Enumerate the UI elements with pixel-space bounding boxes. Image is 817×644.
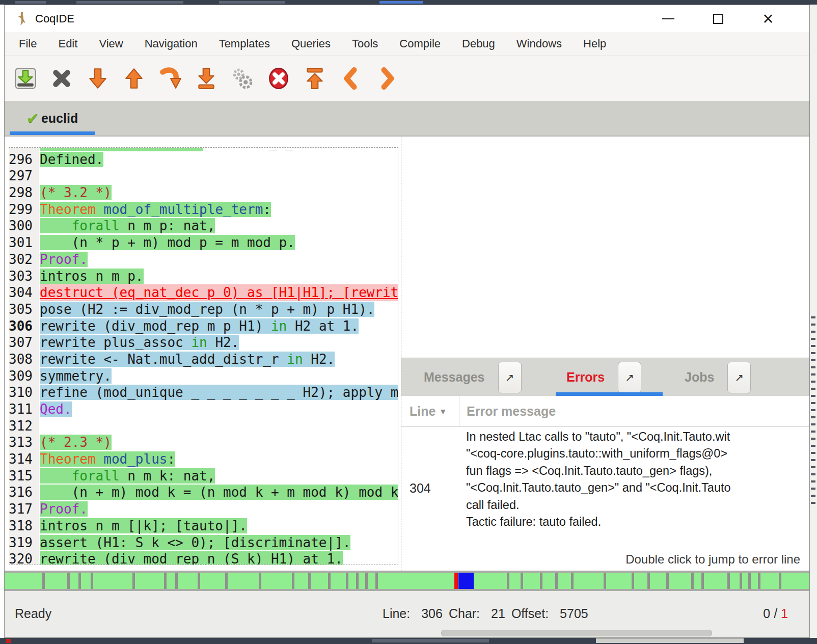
menu-item-tools[interactable]: Tools [352, 37, 378, 50]
tab-euclid[interactable]: ✔ euclid [10, 101, 95, 136]
error-line-number: 304 [401, 427, 459, 549]
code-line-300: 300 forall n m p: nat, [9, 218, 398, 234]
script-editor-pane[interactable]: 295_ _296Defined.297298(* 3.2 *)299Theor… [6, 137, 399, 571]
error-row[interactable]: 304 In nested Ltac calls to "tauto", "<C… [401, 427, 809, 549]
document-tab-bar: ✔ euclid [5, 101, 809, 137]
close-icon: × [762, 12, 773, 26]
line-text: (* 3.2 *) [40, 184, 398, 201]
line-text: rewrite (div_mod_rep n (S k) H1) at 1. [40, 551, 398, 565]
curve-icon [158, 67, 182, 90]
line-text: (* 2.3 *) [40, 434, 398, 451]
line-text: intros n m [|k]; [tauto|]. [40, 518, 398, 534]
menu-item-help[interactable]: Help [583, 37, 606, 50]
menu-item-compile[interactable]: Compile [399, 37, 441, 50]
line-text: symmetry. [40, 368, 398, 385]
minimize-button[interactable] [661, 11, 676, 26]
save-button[interactable] [13, 66, 38, 91]
error-message-line: "<coq-core.plugins.tauto::with_uniform_f… [466, 445, 809, 462]
background-text-fragment [76, 1, 183, 4]
menu-item-view[interactable]: View [99, 37, 123, 50]
menu-item-debug[interactable]: Debug [462, 37, 495, 50]
close-button[interactable] [49, 66, 74, 91]
sentence-boundary-tick [521, 573, 523, 589]
line-number: 300 [9, 218, 35, 234]
detach-errors-button[interactable]: ↗ [618, 362, 641, 393]
line-number: 305 [9, 301, 35, 318]
menu-item-navigation[interactable]: Navigation [145, 37, 198, 50]
line-number: 319 [9, 534, 35, 551]
goal-panel[interactable] [401, 137, 809, 358]
error-message-text: In nested Ltac calls to "tauto", "<Coq.I… [459, 427, 809, 549]
error-counter: 0 / 1 [763, 606, 788, 621]
gears-icon [231, 67, 254, 90]
close-button[interactable]: × [760, 11, 776, 26]
line-number: 316 [9, 484, 35, 501]
line-text: forall n m p: nat, [40, 218, 398, 234]
line-text: pose (H2 := div_mod_rep (n * p + m) p H1… [40, 301, 398, 318]
sentence-boundary-tick [701, 573, 704, 589]
step-forward-button[interactable] [85, 66, 111, 91]
line-text: Qed. [40, 401, 398, 418]
maximize-icon [713, 14, 723, 24]
menu-item-windows[interactable]: Windows [516, 37, 562, 50]
code-lines: 295_ _296Defined.297298(* 3.2 *)299Theor… [9, 147, 398, 565]
line-text: assert (H1: S k <> 0); [discriminate|]. [40, 534, 398, 551]
sentence-boundary-tick [356, 573, 359, 589]
maximize-button[interactable] [711, 11, 726, 26]
line-number: 318 [9, 518, 35, 534]
sentence-boundary-tick [91, 573, 93, 589]
menu-item-queries[interactable]: Queries [291, 37, 331, 50]
counter-errors: 1 [781, 606, 788, 621]
step-backward-button[interactable] [121, 66, 147, 91]
tab-jobs-label: Jobs [685, 370, 714, 385]
line-number: 313 [9, 434, 35, 451]
interrupt-button[interactable] [266, 66, 291, 91]
menu-item-templates[interactable]: Templates [219, 37, 270, 50]
line-text: intros n m p. [40, 268, 398, 285]
sentence-boundary-tick [666, 573, 669, 589]
detach-messages-button[interactable]: ↗ [498, 362, 522, 393]
background-text-fragment [372, 639, 489, 642]
line-text: rewrite (div_mod_rep m p H1) in H2 at 1. [40, 318, 398, 335]
fully-check-button[interactable] [230, 66, 255, 91]
menu-item-file[interactable]: File [19, 37, 37, 50]
tab-jobs[interactable]: Jobs ↗ [685, 358, 751, 396]
script-editor-viewport[interactable]: 295_ _296Defined.297298(* 3.2 *)299Theor… [9, 147, 398, 565]
error-message-header-label: Error message [467, 404, 556, 418]
previous-button[interactable] [338, 66, 364, 91]
go-to-end-button[interactable] [194, 66, 219, 91]
error-message-line: call failed. [466, 497, 809, 514]
background-link-fragment [379, 1, 423, 4]
proof-and-messages-pane: Messages ↗ Errors ↗ Jobs ↗ Line ▾ [401, 137, 809, 571]
check-icon: ✔ [26, 110, 39, 127]
error-message-line: In nested Ltac calls to "tauto", "<Coq.I… [466, 428, 809, 445]
line-text: Theorem mod_plus: [40, 451, 398, 468]
line-text: rewrite <- Nat.mul_add_distr_r in H2. [40, 351, 398, 368]
line-text: Defined. [40, 151, 398, 168]
code-line-302: 302Proof. [9, 251, 398, 268]
offset-value: 5705 [560, 606, 588, 621]
status-ready: Ready [15, 606, 51, 621]
next-button[interactable] [374, 66, 400, 91]
tab-messages[interactable]: Messages ↗ [424, 358, 522, 396]
go-to-cursor-button[interactable] [157, 66, 183, 91]
tab-errors[interactable]: Errors ↗ [566, 358, 641, 396]
tab-label: euclid [41, 111, 78, 126]
code-line-313: 313(* 2.3 *) [9, 434, 398, 451]
sentence-boundary-tick [164, 573, 167, 589]
background-red-mark [6, 639, 11, 643]
go-to-start-button[interactable] [302, 66, 328, 91]
horizontal-scrollbar[interactable] [441, 630, 712, 636]
code-line-303: 303intros n m p. [9, 268, 398, 285]
sentence-boundary-tick [42, 573, 45, 589]
status-bar: Ready Line: 306 Char: 21 Offset: 5705 0 … [5, 591, 809, 637]
line-number: 302 [9, 251, 35, 268]
column-header-line[interactable]: Line ▾ [401, 404, 459, 419]
line-number: 309 [9, 368, 35, 385]
code-line-301: 301 (n * p + m) mod p = m mod p. [9, 234, 398, 251]
background-scrollbar [596, 638, 744, 643]
column-header-error-message[interactable]: Error message [459, 404, 556, 419]
menu-item-edit[interactable]: Edit [58, 37, 77, 50]
detach-icon: ↗ [625, 371, 634, 384]
detach-jobs-button[interactable]: ↗ [727, 362, 751, 393]
